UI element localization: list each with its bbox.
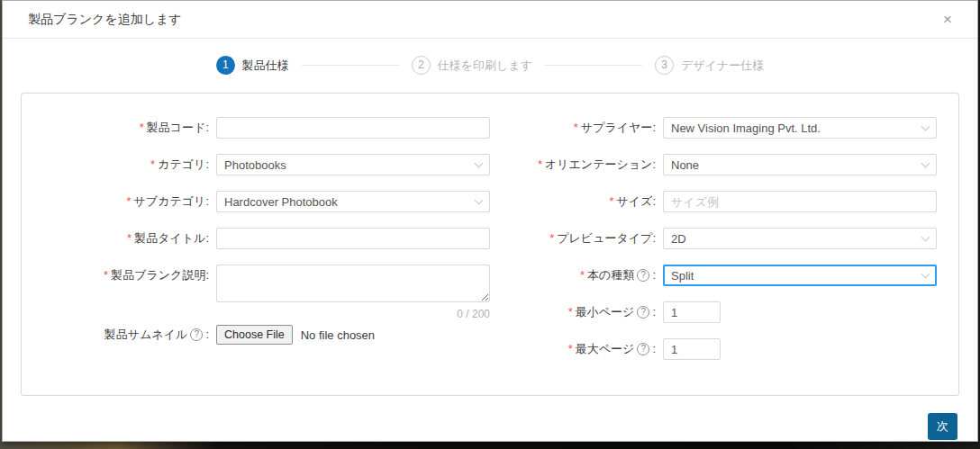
chevron-down-icon: [921, 121, 930, 130]
orientation-select[interactable]: None: [663, 154, 937, 175]
required-asterisk: *: [574, 121, 578, 134]
field-product-code: *製品コード:: [43, 117, 490, 139]
size-input[interactable]: [663, 191, 937, 212]
help-icon[interactable]: ?: [190, 328, 203, 341]
stepper: 1 製品仕様 2 仕様を印刷します 3 デザイナー仕様: [3, 56, 977, 75]
field-orientation: *オリエンテーション: None: [490, 154, 937, 175]
step-2-label: 仕様を印刷します: [438, 58, 532, 74]
required-asterisk: *: [126, 194, 131, 208]
required-asterisk: *: [549, 231, 554, 245]
modal-footer: 次: [3, 396, 977, 440]
help-icon[interactable]: ?: [637, 306, 649, 319]
required-asterisk: *: [580, 268, 585, 282]
add-product-blank-modal: 製品ブランクを追加します × 1 製品仕様 2 仕様を印刷します 3 デザイナー…: [2, 0, 978, 442]
modal-header: 製品ブランクを追加します ×: [3, 1, 977, 39]
stepper-step-print-spec: 2 仕様を印刷します: [412, 56, 532, 75]
required-asterisk: *: [568, 305, 573, 319]
field-product-title: *製品タイトル:: [43, 228, 490, 249]
field-label: *カテゴリ:: [43, 154, 216, 175]
close-button[interactable]: ×: [934, 1, 961, 38]
required-asterisk: *: [140, 121, 144, 134]
next-button[interactable]: 次: [928, 413, 957, 440]
character-counter: 0 / 200: [216, 308, 490, 320]
supplier-select[interactable]: New Vision Imaging Pvt. Ltd.: [663, 117, 937, 139]
field-label: 製品サムネイル?:: [43, 324, 216, 346]
product-code-input[interactable]: [216, 117, 490, 139]
stepper-connector: [545, 65, 642, 66]
chevron-down-icon: [475, 158, 484, 167]
required-asterisk: *: [568, 342, 573, 355]
close-icon: ×: [943, 11, 952, 28]
category-select[interactable]: Photobooks: [216, 154, 490, 175]
field-label: *最大ページ?:: [490, 338, 663, 360]
form-panel: *製品コード: *カテゴリ: Photobooks: [21, 93, 959, 396]
chevron-down-icon: [475, 195, 484, 204]
field-book-type: *本の種類?: Split: [490, 265, 937, 286]
modal-title: 製品ブランクを追加します: [28, 12, 182, 26]
chevron-down-icon: [921, 269, 930, 278]
description-textarea[interactable]: [216, 265, 490, 302]
field-label: *製品タイトル:: [43, 228, 216, 249]
field-label: *最小ページ?:: [490, 301, 663, 323]
step-2-circle: 2: [412, 56, 431, 75]
field-subcategory: *サブカテゴリ: Hardcover Photobook: [43, 191, 490, 212]
field-category: *カテゴリ: Photobooks: [43, 154, 490, 175]
required-asterisk: *: [127, 231, 132, 245]
required-asterisk: *: [104, 268, 108, 282]
chevron-down-icon: [921, 232, 930, 241]
form-left-column: *製品コード: *カテゴリ: Photobooks: [43, 117, 490, 395]
form-right-column: *サプライヤー: New Vision Imaging Pvt. Ltd. *オ…: [490, 117, 937, 395]
stepper-step-designer-spec: 3 デザイナー仕様: [655, 56, 764, 75]
book-type-select[interactable]: Split: [663, 265, 937, 286]
stepper-step-product-spec: 1 製品仕様: [216, 56, 289, 75]
max-page-input[interactable]: [663, 338, 721, 360]
product-title-input[interactable]: [216, 228, 490, 249]
field-label: *サプライヤー:: [490, 117, 663, 139]
chevron-down-icon: [921, 158, 930, 167]
help-icon[interactable]: ?: [637, 343, 649, 355]
field-thumbnail: 製品サムネイル?: Choose File No file chosen: [43, 324, 490, 346]
field-label: *製品ブランク説明:: [43, 265, 216, 286]
field-max-page: *最大ページ?:: [490, 338, 937, 360]
field-label: *オリエンテーション:: [490, 154, 663, 175]
step-1-circle: 1: [216, 56, 235, 75]
stepper-connector: [302, 65, 399, 66]
field-label: *サブカテゴリ:: [43, 191, 216, 212]
field-description: *製品ブランク説明: 0 / 200: [43, 265, 490, 321]
field-min-page: *最小ページ?:: [490, 301, 937, 323]
field-label: *プレビュータイプ:: [490, 228, 663, 249]
field-preview-type: *プレビュータイプ: 2D: [490, 228, 937, 249]
step-3-circle: 3: [655, 56, 674, 75]
field-label: *製品コード:: [43, 117, 216, 139]
field-label: *本の種類?:: [490, 265, 663, 286]
help-icon[interactable]: ?: [637, 269, 649, 282]
step-1-label: 製品仕様: [242, 58, 289, 74]
subcategory-select[interactable]: Hardcover Photobook: [216, 191, 490, 212]
file-status-text: No file chosen: [301, 328, 375, 342]
field-label: *サイズ:: [490, 191, 663, 212]
required-asterisk: *: [609, 194, 613, 208]
choose-file-button[interactable]: Choose File: [216, 325, 293, 345]
required-asterisk: *: [150, 157, 155, 171]
preview-type-select[interactable]: 2D: [663, 228, 937, 249]
field-supplier: *サプライヤー: New Vision Imaging Pvt. Ltd.: [490, 117, 937, 139]
required-asterisk: *: [538, 157, 542, 171]
min-page-input[interactable]: [663, 301, 721, 323]
step-3-label: デザイナー仕様: [681, 58, 764, 74]
field-size: *サイズ:: [490, 191, 937, 212]
